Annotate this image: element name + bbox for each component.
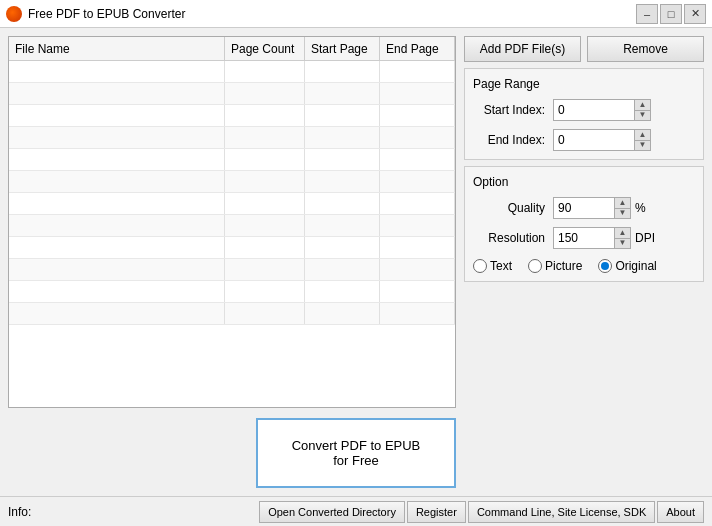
quality-up[interactable]: ▲: [615, 198, 630, 209]
end-index-input[interactable]: [554, 130, 634, 150]
quality-down[interactable]: ▼: [615, 209, 630, 219]
table-row: [9, 149, 455, 171]
status-bar: Info: Open Converted Directory Register …: [0, 496, 712, 526]
quality-spin-buttons: ▲ ▼: [614, 198, 630, 218]
end-index-down[interactable]: ▼: [635, 141, 650, 151]
action-buttons-row: Add PDF File(s) Remove: [464, 36, 704, 62]
window-controls: – □ ✕: [636, 4, 706, 24]
app-icon: [6, 6, 22, 22]
start-index-row: Start Index: ▲ ▼: [473, 99, 695, 121]
table-row: [9, 83, 455, 105]
radio-picture-label: Picture: [545, 259, 582, 273]
column-header-filename: File Name: [9, 37, 225, 60]
page-range-title: Page Range: [473, 77, 695, 91]
radio-original[interactable]: Original: [598, 259, 656, 273]
table-row: [9, 259, 455, 281]
table-row: [9, 303, 455, 325]
end-index-spin-buttons: ▲ ▼: [634, 130, 650, 150]
table-row: [9, 61, 455, 83]
end-index-row: End Index: ▲ ▼: [473, 129, 695, 151]
quality-unit: %: [635, 201, 646, 215]
resolution-label: Resolution: [473, 231, 553, 245]
quality-spinner[interactable]: ▲ ▼: [553, 197, 631, 219]
resolution-spinner[interactable]: ▲ ▼: [553, 227, 631, 249]
about-button[interactable]: About: [657, 501, 704, 523]
resolution-spin-buttons: ▲ ▼: [614, 228, 630, 248]
minimize-button[interactable]: –: [636, 4, 658, 24]
table-row: [9, 127, 455, 149]
column-header-pagecount: Page Count: [225, 37, 305, 60]
page-range-section: Page Range Start Index: ▲ ▼ End Index:: [464, 68, 704, 160]
app-title: Free PDF to EPUB Converter: [28, 7, 185, 21]
status-buttons: Open Converted Directory Register Comman…: [259, 501, 704, 523]
end-index-up[interactable]: ▲: [635, 130, 650, 141]
close-button[interactable]: ✕: [684, 4, 706, 24]
convert-button[interactable]: Convert PDF to EPUB for Free: [256, 418, 456, 488]
column-header-endpage: End Page: [380, 37, 455, 60]
start-index-spin-buttons: ▲ ▼: [634, 100, 650, 120]
quality-input[interactable]: [554, 198, 614, 218]
start-index-up[interactable]: ▲: [635, 100, 650, 111]
radio-text-circle: [473, 259, 487, 273]
resolution-down[interactable]: ▼: [615, 239, 630, 249]
status-info-label: Info:: [8, 505, 259, 519]
maximize-button[interactable]: □: [660, 4, 682, 24]
register-button[interactable]: Register: [407, 501, 466, 523]
file-list-body: [9, 61, 455, 407]
resolution-unit: DPI: [635, 231, 655, 245]
title-bar: Free PDF to EPUB Converter – □ ✕: [0, 0, 712, 28]
radio-text[interactable]: Text: [473, 259, 512, 273]
file-list-header: File Name Page Count Start Page End Page: [9, 37, 455, 61]
open-converted-button[interactable]: Open Converted Directory: [259, 501, 405, 523]
start-index-label: Start Index:: [473, 103, 553, 117]
radio-original-circle: [598, 259, 612, 273]
start-index-down[interactable]: ▼: [635, 111, 650, 121]
add-pdf-button[interactable]: Add PDF File(s): [464, 36, 581, 62]
table-row: [9, 215, 455, 237]
quality-row: Quality ▲ ▼ %: [473, 197, 695, 219]
radio-text-label: Text: [490, 259, 512, 273]
table-row: [9, 171, 455, 193]
table-row: [9, 105, 455, 127]
option-title: Option: [473, 175, 695, 189]
column-header-startpage: Start Page: [305, 37, 380, 60]
table-row: [9, 193, 455, 215]
command-line-button[interactable]: Command Line, Site License, SDK: [468, 501, 655, 523]
end-index-label: End Index:: [473, 133, 553, 147]
option-section: Option Quality ▲ ▼ % Resolut: [464, 166, 704, 282]
file-list-panel: File Name Page Count Start Page End Page: [8, 36, 456, 408]
radio-original-label: Original: [615, 259, 656, 273]
convert-section: Convert PDF to EPUB for Free: [0, 408, 712, 496]
radio-picture[interactable]: Picture: [528, 259, 582, 273]
end-index-spinner[interactable]: ▲ ▼: [553, 129, 651, 151]
right-panel: Add PDF File(s) Remove Page Range Start …: [464, 36, 704, 408]
resolution-up[interactable]: ▲: [615, 228, 630, 239]
resolution-row: Resolution ▲ ▼ DPI: [473, 227, 695, 249]
start-index-spinner[interactable]: ▲ ▼: [553, 99, 651, 121]
resolution-input[interactable]: [554, 228, 614, 248]
output-type-row: Text Picture Original: [473, 255, 695, 273]
remove-button[interactable]: Remove: [587, 36, 704, 62]
radio-picture-circle: [528, 259, 542, 273]
quality-label: Quality: [473, 201, 553, 215]
table-row: [9, 281, 455, 303]
table-row: [9, 237, 455, 259]
start-index-input[interactable]: [554, 100, 634, 120]
